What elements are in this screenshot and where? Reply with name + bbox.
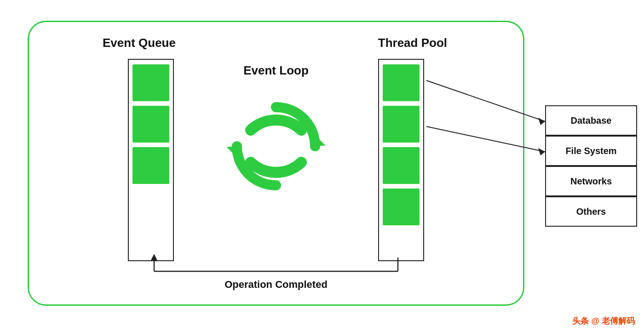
svg-marker-6 (151, 254, 157, 260)
thread-pool-label: Thread Pool (378, 36, 447, 50)
eq-block-2 (132, 106, 169, 143)
operation-completed-area: Operation Completed (147, 253, 405, 291)
event-loop-label: Event Loop (243, 63, 309, 78)
event-queue-column (128, 59, 174, 261)
eq-block-1 (132, 64, 169, 101)
networks-box: Networks (545, 166, 637, 196)
node-box: Event Queue Thread Pool Event Loop (28, 21, 524, 306)
main-container: Event Queue Thread Pool Event Loop (0, 0, 644, 332)
tp-block-1 (383, 64, 420, 101)
right-side-resources: Database File System Networks Others (545, 105, 637, 227)
event-loop-arrows (225, 93, 327, 201)
tp-block-2 (383, 106, 420, 143)
tp-block-3 (383, 147, 420, 184)
event-queue-label: Event Queue (103, 36, 176, 50)
op-completed-arrow (145, 253, 407, 276)
database-box: Database (545, 105, 637, 136)
operation-completed-label: Operation Completed (224, 279, 328, 291)
tp-block-4 (383, 189, 420, 225)
thread-pool-column (378, 59, 424, 261)
filesystem-box: File System (545, 136, 637, 166)
others-box: Others (545, 196, 637, 227)
svg-marker-11 (538, 148, 545, 155)
svg-marker-9 (538, 118, 545, 125)
eq-block-3 (132, 147, 169, 184)
watermark: 头条 @ 老傅解码 (572, 315, 635, 326)
